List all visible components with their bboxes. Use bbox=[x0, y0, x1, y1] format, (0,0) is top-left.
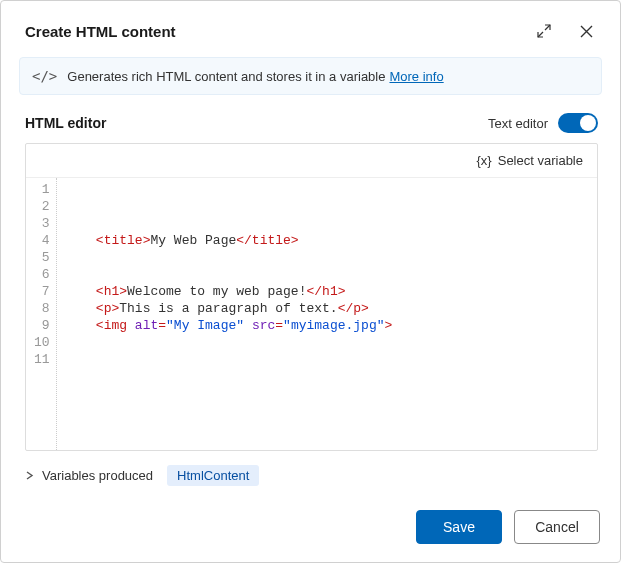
chevron-right-icon bbox=[25, 468, 34, 483]
text-editor-toggle[interactable] bbox=[558, 113, 598, 133]
info-bar: </> Generates rich HTML content and stor… bbox=[19, 57, 602, 95]
line-gutter: 1 2 3 4 5 6 7 8 9 10 11 bbox=[26, 178, 57, 450]
dialog-title: Create HTML content bbox=[25, 23, 532, 40]
select-variable-label: Select variable bbox=[498, 153, 583, 168]
code-content[interactable]: <title>My Web Page</title> <h1>Welcome t… bbox=[57, 178, 401, 450]
expand-icon[interactable] bbox=[532, 19, 556, 43]
code-editor[interactable]: 1 2 3 4 5 6 7 8 9 10 11 <title>My Web Pa… bbox=[26, 178, 597, 450]
variable-icon: {x} bbox=[477, 153, 492, 168]
editor-header: HTML editor Text editor bbox=[25, 113, 598, 133]
editor-toolbar: {x} Select variable bbox=[26, 144, 597, 178]
info-text: Generates rich HTML content and stores i… bbox=[67, 69, 385, 84]
code-icon: </> bbox=[32, 68, 57, 84]
variables-produced-row[interactable]: Variables produced HtmlContent bbox=[1, 451, 620, 494]
close-icon[interactable] bbox=[574, 19, 598, 43]
more-info-link[interactable]: More info bbox=[389, 69, 443, 84]
save-button[interactable]: Save bbox=[416, 510, 502, 544]
dialog: Create HTML content </> Generates rich H… bbox=[0, 0, 621, 563]
editor-label: HTML editor bbox=[25, 115, 488, 131]
variables-produced-label: Variables produced bbox=[42, 468, 153, 483]
select-variable-button[interactable]: {x} Select variable bbox=[477, 153, 583, 168]
dialog-header: Create HTML content bbox=[1, 1, 620, 57]
variable-chip[interactable]: HtmlContent bbox=[167, 465, 259, 486]
text-editor-label: Text editor bbox=[488, 116, 548, 131]
dialog-footer: Save Cancel bbox=[1, 494, 620, 562]
editor-frame: {x} Select variable 1 2 3 4 5 6 7 8 9 10… bbox=[25, 143, 598, 451]
editor-section: HTML editor Text editor {x} Select varia… bbox=[1, 95, 620, 451]
cancel-button[interactable]: Cancel bbox=[514, 510, 600, 544]
